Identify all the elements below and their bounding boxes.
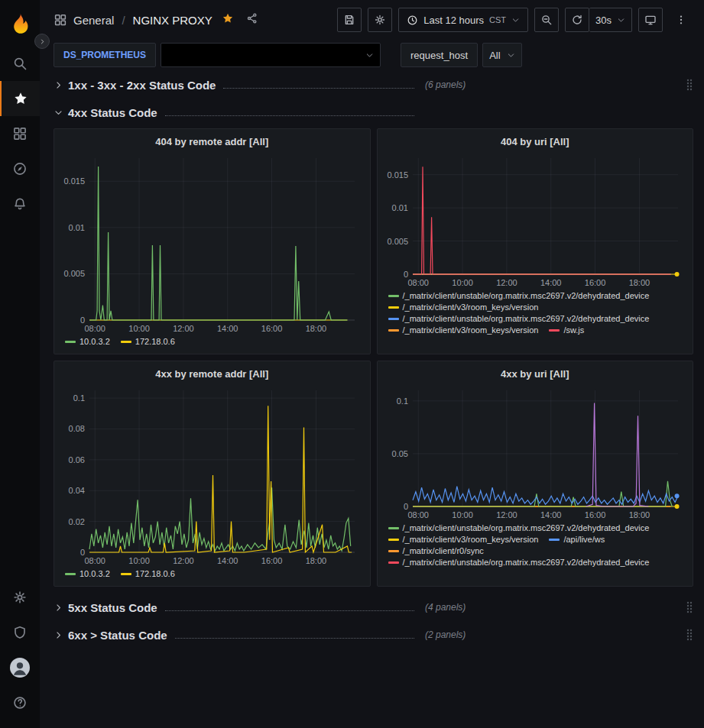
- grafana-logo[interactable]: [0, 6, 40, 40]
- svg-text:0.1: 0.1: [396, 396, 407, 406]
- panel-title[interactable]: 4xx by remote addr [All]: [60, 364, 364, 384]
- row-panel-count: (6 panels): [425, 79, 466, 90]
- svg-text:08:00: 08:00: [407, 278, 429, 287]
- tv-mode-button[interactable]: [638, 8, 663, 32]
- sidebar-item-profile[interactable]: [0, 650, 40, 685]
- panel-legend: /_matrix/client/unstable/org.matrix.msc2…: [384, 291, 687, 349]
- dashboard-row-6xx[interactable]: 6xx > Status Code (2 panels): [54, 623, 693, 646]
- sidebar-item-help[interactable]: [0, 685, 40, 720]
- svg-text:08:00: 08:00: [407, 510, 429, 519]
- legend-swatch: [388, 295, 399, 297]
- svg-text:10:00: 10:00: [452, 278, 473, 287]
- favorite-star-icon[interactable]: [222, 12, 234, 28]
- legend-item[interactable]: /_matrix/client/unstable/org.matrix.msc2…: [388, 291, 650, 300]
- legend-item[interactable]: /api/live/ws: [549, 535, 605, 544]
- sidebar-item-search[interactable]: [0, 46, 40, 81]
- dashboards-grid-icon: [12, 126, 28, 141]
- time-range-picker[interactable]: Last 12 hours CST: [398, 8, 528, 32]
- dashboard-row-1xx-3xx-2xx[interactable]: 1xx - 3xx - 2xx Status Code (6 panels): [54, 73, 693, 96]
- legend-swatch: [65, 573, 76, 575]
- chevron-down-icon: [507, 51, 515, 60]
- time-series-chart[interactable]: 08:0010:0012:0014:0016:0018:0000.0050.01…: [384, 152, 686, 290]
- legend-item[interactable]: 172.18.0.6: [121, 569, 175, 578]
- kebab-icon: [675, 14, 687, 26]
- row-dotted-leader: [165, 115, 414, 116]
- svg-text:10:00: 10:00: [128, 556, 150, 565]
- request-host-variable-value: All: [489, 50, 500, 61]
- zoom-out-button[interactable]: [534, 8, 559, 32]
- main-area: General / NGINX PROXY La: [40, 0, 704, 728]
- panel-title[interactable]: 404 by uri [All]: [384, 132, 687, 152]
- sidebar-item-dashboards[interactable]: [0, 116, 40, 151]
- legend-item[interactable]: 172.18.0.6: [121, 337, 175, 346]
- panel-legend: /_matrix/client/unstable/org.matrix.msc2…: [384, 523, 687, 581]
- sidebar-item-alerting[interactable]: [0, 186, 40, 222]
- panel-legend: 10.0.3.2172.18.0.6: [60, 569, 364, 581]
- svg-text:0.06: 0.06: [69, 455, 85, 464]
- time-series-chart[interactable]: 08:0010:0012:0014:0016:0018:0000.020.040…: [60, 384, 362, 568]
- row-drag-handle[interactable]: [686, 628, 693, 642]
- legend-swatch: [388, 329, 399, 332]
- row-drag-handle[interactable]: [686, 78, 693, 92]
- legend-item[interactable]: /_matrix/client/v3/room_keys/version: [388, 535, 539, 544]
- legend-item[interactable]: /_matrix/client/v3/room_keys/version: [388, 303, 539, 312]
- sidebar-item-starred[interactable]: [0, 81, 40, 116]
- svg-text:08:00: 08:00: [84, 324, 105, 333]
- row-title: 6xx > Status Code: [68, 629, 167, 642]
- panel-404-by-uri: 404 by uri [All] 08:0010:0012:0014:0016:…: [377, 128, 694, 354]
- legend-swatch: [121, 573, 131, 575]
- svg-text:16:00: 16:00: [584, 278, 605, 287]
- breadcrumb-folder[interactable]: General: [73, 14, 114, 27]
- legend-swatch: [388, 561, 399, 564]
- dashboard-variables-bar: DS_PROMETHEUS request_host All: [40, 40, 704, 70]
- dashboard-title[interactable]: NGINX PROXY: [133, 14, 212, 27]
- legend-swatch: [549, 329, 560, 332]
- chevron-right-icon: [54, 80, 63, 90]
- svg-text:12:00: 12:00: [173, 556, 194, 565]
- legend-item[interactable]: 10.0.3.2: [65, 569, 110, 578]
- refresh-button[interactable]: [565, 8, 589, 32]
- legend-item[interactable]: /_matrix/client/unstable/org.matrix.msc2…: [388, 523, 650, 532]
- save-dashboard-button[interactable]: [337, 8, 362, 32]
- sidebar-item-explore[interactable]: [0, 151, 40, 186]
- legend-item[interactable]: /_matrix/client/r0/sync: [388, 546, 484, 555]
- legend-item[interactable]: /_matrix/client/unstable/org.matrix.msc2…: [388, 314, 650, 323]
- request-host-variable-select[interactable]: All: [482, 43, 521, 67]
- legend-item[interactable]: /_matrix/client/unstable/org.matrix.msc2…: [388, 558, 650, 567]
- row-drag-handle[interactable]: [686, 600, 693, 614]
- svg-text:12:00: 12:00: [173, 324, 194, 333]
- datasource-variable-label: DS_PROMETHEUS: [54, 43, 156, 67]
- kebab-menu-button[interactable]: [669, 8, 693, 32]
- legend-label: /sw.js: [563, 325, 584, 335]
- legend-item[interactable]: 10.0.3.2: [65, 337, 110, 346]
- legend-swatch: [388, 550, 399, 552]
- refresh-interval-dropdown[interactable]: 30s: [589, 8, 632, 32]
- share-icon[interactable]: [246, 12, 258, 28]
- legend-swatch: [65, 341, 76, 343]
- panel-grid: 404 by remote addr [All] 08:0010:0012:00…: [54, 128, 693, 587]
- panel-title[interactable]: 404 by remote addr [All]: [60, 132, 364, 152]
- chevron-right-icon: [54, 630, 63, 640]
- svg-text:14:00: 14:00: [217, 324, 238, 333]
- dashboard-settings-button[interactable]: [368, 8, 392, 32]
- svg-text:08:00: 08:00: [84, 556, 105, 565]
- sidebar-item-admin[interactable]: [0, 615, 40, 650]
- user-avatar: [10, 658, 30, 678]
- svg-text:12:00: 12:00: [496, 510, 517, 519]
- legend-swatch: [388, 306, 399, 309]
- sidebar-expand-button[interactable]: [34, 34, 50, 49]
- panel-title[interactable]: 4xx by uri [All]: [384, 364, 687, 384]
- grafana-app: General / NGINX PROXY La: [0, 0, 704, 728]
- time-series-chart[interactable]: 08:0010:0012:0014:0016:0018:0000.050.1: [384, 384, 686, 522]
- chevron-down-icon: [617, 16, 625, 24]
- panel-4xx-by-remote-addr: 4xx by remote addr [All] 08:0010:0012:00…: [54, 361, 371, 587]
- legend-label: /api/live/ws: [563, 535, 605, 544]
- sidebar-item-configuration[interactable]: [0, 580, 40, 615]
- legend-item[interactable]: /sw.js: [549, 325, 584, 335]
- time-series-chart[interactable]: 08:0010:0012:0014:0016:0018:0000.0050.01…: [60, 152, 362, 335]
- dashboard-row-5xx[interactable]: 5xx Status Code (4 panels): [54, 596, 693, 619]
- dashboard-row-4xx[interactable]: 4xx Status Code: [54, 101, 693, 124]
- svg-text:14:00: 14:00: [217, 556, 238, 565]
- datasource-variable-select[interactable]: [161, 43, 381, 67]
- legend-item[interactable]: /_matrix/client/v3/room_keys/version: [388, 325, 539, 335]
